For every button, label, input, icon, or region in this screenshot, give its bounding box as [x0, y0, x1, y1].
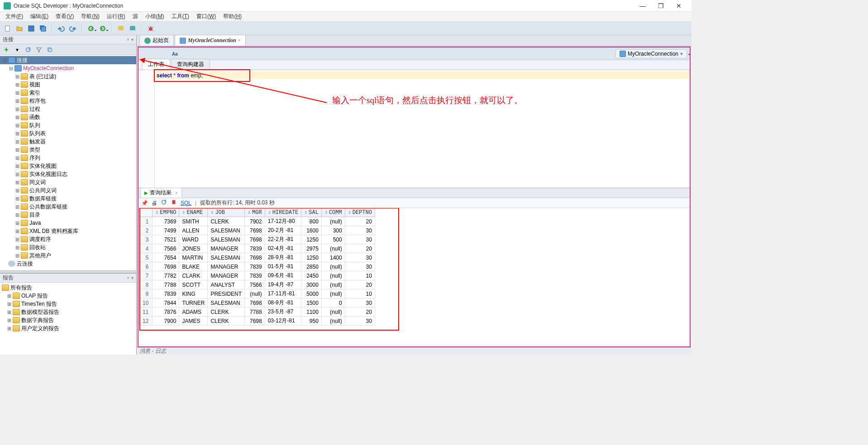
tree-node[interactable]: 公共同义词: [0, 186, 136, 194]
table-cell[interactable]: 20: [345, 308, 375, 317]
undo-icon[interactable]: [56, 24, 66, 33]
table-cell[interactable]: MARTIN: [179, 253, 208, 262]
table-cell[interactable]: 7566: [245, 280, 265, 289]
table-row[interactable]: 67698BLAKEMANAGER783901-5月 -812850(null)…: [139, 262, 375, 271]
table-cell[interactable]: (null): [245, 289, 265, 298]
connection-selector[interactable]: MyOracleConnection ▾: [615, 49, 687, 58]
table-cell[interactable]: 20-2月 -81: [265, 226, 301, 235]
table-cell[interactable]: 20: [345, 244, 375, 253]
table-cell[interactable]: 30: [345, 226, 375, 235]
tree-node[interactable]: 程序包: [0, 97, 136, 105]
tree-root-connections[interactable]: 连接: [0, 56, 136, 64]
table-row[interactable]: 127900JAMESCLERK769803-12月-81950(null)30: [139, 317, 375, 326]
menu-item[interactable]: 编辑(E): [27, 12, 52, 21]
table-cell[interactable]: 2850: [301, 262, 322, 271]
tree-node[interactable]: 实体化视图日志: [0, 170, 136, 178]
table-cell[interactable]: 09-6月 -81: [265, 271, 301, 280]
forward-icon[interactable]: [98, 24, 108, 33]
tree-node[interactable]: 过程: [0, 105, 136, 113]
table-cell[interactable]: 950: [301, 317, 322, 326]
table-cell[interactable]: 17-12月-80: [265, 217, 301, 226]
table-row[interactable]: 57654MARTINSALESMAN769828-9月 -8112501400…: [139, 253, 375, 262]
table-cell[interactable]: PRESIDENT: [208, 289, 245, 298]
table-cell[interactable]: 7788: [245, 308, 265, 317]
table-cell[interactable]: 1400: [321, 253, 345, 262]
tree-cloud[interactable]: 云连接: [0, 260, 136, 268]
panel-dropdown-icon[interactable]: ▾: [131, 37, 134, 42]
table-cell[interactable]: SALESMAN: [208, 226, 245, 235]
column-header[interactable]: ⇕SAL: [301, 208, 322, 217]
table-cell[interactable]: (null): [321, 262, 345, 271]
table-cell[interactable]: (null): [321, 308, 345, 317]
table-cell[interactable]: 17-11月-81: [265, 289, 301, 298]
tree-reports-root[interactable]: 所有报告: [0, 284, 136, 292]
table-cell[interactable]: 20: [345, 217, 375, 226]
table-cell[interactable]: 7369: [153, 217, 179, 226]
table-row[interactable]: 37521WARDSALESMAN769822-2月 -81125050030: [139, 235, 375, 244]
table-cell[interactable]: CLARK: [179, 271, 208, 280]
panel-close-icon[interactable]: ×: [127, 37, 129, 42]
tree-connection[interactable]: MyOracleConnection: [0, 64, 136, 72]
table-cell[interactable]: 1250: [301, 253, 322, 262]
table-cell[interactable]: (null): [321, 271, 345, 280]
table-cell[interactable]: SCOTT: [179, 280, 208, 289]
table-cell[interactable]: 7499: [153, 226, 179, 235]
table-cell[interactable]: BLAKE: [179, 262, 208, 271]
table-cell[interactable]: 02-4月 -81: [265, 244, 301, 253]
menu-item[interactable]: 运行(R): [103, 12, 129, 21]
table-cell[interactable]: 30: [345, 235, 375, 244]
column-header[interactable]: ⇕ENAME: [179, 208, 208, 217]
new-icon[interactable]: [3, 24, 13, 33]
table-row[interactable]: 97839KINGPRESIDENT(null)17-11月-815000(nu…: [139, 289, 375, 298]
table-cell[interactable]: ALLEN: [179, 226, 208, 235]
save-all-icon[interactable]: [38, 24, 48, 33]
table-cell[interactable]: (null): [321, 289, 345, 298]
table-cell[interactable]: 7900: [153, 317, 179, 326]
table-cell[interactable]: 2450: [301, 271, 322, 280]
table-cell[interactable]: CLERK: [208, 308, 245, 317]
refresh-result-icon[interactable]: [161, 199, 167, 207]
table-cell[interactable]: 7698: [153, 262, 179, 271]
reports-tree[interactable]: 所有报告 OLAP 报告TimesTen 报告数据模型器报告数据字典报告用户定义…: [0, 283, 136, 355]
table-cell[interactable]: 7698: [245, 226, 265, 235]
table-cell[interactable]: (null): [321, 217, 345, 226]
menu-item[interactable]: 工具(T): [168, 12, 193, 21]
column-header[interactable]: ⇕HIREDATE: [265, 208, 301, 217]
table-cell[interactable]: JONES: [179, 244, 208, 253]
tree-node[interactable]: 回收站: [0, 243, 136, 251]
table-cell[interactable]: 7788: [153, 280, 179, 289]
table-cell[interactable]: 7839: [245, 262, 265, 271]
table-cell[interactable]: SMITH: [179, 217, 208, 226]
table-cell[interactable]: 30: [345, 298, 375, 308]
table-row[interactable]: 17369SMITHCLERK790217-12月-80800(null)20: [139, 217, 375, 226]
tab-worksheet[interactable]: 工作表: [142, 59, 170, 70]
table-cell[interactable]: 23-5月 -87: [265, 308, 301, 317]
table-cell[interactable]: MANAGER: [208, 271, 245, 280]
column-header[interactable]: ⇕EMPNO: [153, 208, 179, 217]
tab-query-result[interactable]: ▶ 查询结果 ×: [140, 188, 182, 198]
menu-item[interactable]: 文件(F): [2, 12, 27, 21]
table-cell[interactable]: JAMES: [179, 317, 208, 326]
tree-node[interactable]: 类型: [0, 146, 136, 154]
tree-node[interactable]: TimesTen 报告: [0, 300, 136, 308]
table-cell[interactable]: 1100: [301, 308, 322, 317]
table-cell[interactable]: 19-4月 -87: [265, 280, 301, 289]
sql-icon[interactable]: [116, 24, 126, 33]
table-cell[interactable]: 7839: [153, 289, 179, 298]
sql-link[interactable]: SQL: [181, 200, 191, 206]
table-cell[interactable]: 0: [321, 298, 345, 308]
table-cell[interactable]: 30: [345, 317, 375, 326]
table-cell[interactable]: 10: [345, 271, 375, 280]
table-cell[interactable]: 20: [345, 280, 375, 289]
column-header[interactable]: ⇕DEPTNO: [345, 208, 375, 217]
table-cell[interactable]: KING: [179, 289, 208, 298]
table-cell[interactable]: 7698: [245, 298, 265, 308]
tree-node[interactable]: 索引: [0, 89, 136, 97]
table-cell[interactable]: 30: [345, 253, 375, 262]
panel-close-icon[interactable]: ×: [127, 275, 129, 280]
column-header[interactable]: ⇕COMM: [321, 208, 345, 217]
tree-node[interactable]: 其他用户: [0, 251, 136, 260]
table-cell[interactable]: (null): [321, 317, 345, 326]
table-cell[interactable]: 10: [345, 289, 375, 298]
table-cell[interactable]: (null): [321, 244, 345, 253]
